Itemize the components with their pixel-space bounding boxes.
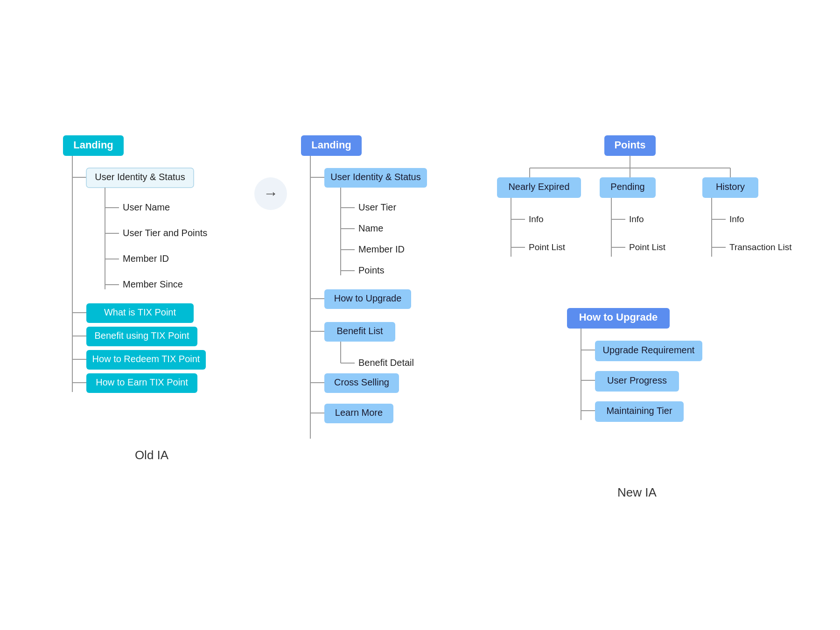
svg-text:Benefit Detail: Benefit Detail <box>358 357 414 368</box>
svg-text:Member ID: Member ID <box>123 253 169 264</box>
svg-text:Info: Info <box>629 214 644 224</box>
arrow-icon: → <box>254 177 287 210</box>
svg-text:What is TIX Point: What is TIX Point <box>104 307 176 317</box>
old-ia-label: Old IA <box>135 448 168 462</box>
svg-text:Pending: Pending <box>610 182 644 192</box>
svg-text:Member ID: Member ID <box>358 244 405 254</box>
svg-text:User Name: User Name <box>123 202 170 212</box>
svg-text:Nearly Expired: Nearly Expired <box>508 182 569 192</box>
new-ia-label: New IA <box>617 485 657 500</box>
svg-text:Transaction List: Transaction List <box>729 242 792 252</box>
page-container: Landing User Identity & Status User Name… <box>0 0 840 630</box>
svg-text:Landing: Landing <box>311 139 351 151</box>
svg-text:Points: Points <box>614 139 645 151</box>
svg-text:Cross Selling: Cross Selling <box>334 377 389 387</box>
svg-text:User Tier: User Tier <box>358 202 396 212</box>
new-ia-landing-section: Landing User Identity & Status User Tier… <box>296 131 492 457</box>
svg-text:How to Upgrade: How to Upgrade <box>334 293 402 303</box>
svg-text:Points: Points <box>358 265 385 275</box>
svg-text:How to Upgrade: How to Upgrade <box>579 311 658 323</box>
svg-text:User Progress: User Progress <box>607 375 667 385</box>
old-ia-section: Landing User Identity & Status User Name… <box>58 131 245 462</box>
svg-text:Info: Info <box>529 214 544 224</box>
new-ia-right-svg: Points Nearly Expired Info Point List <box>492 131 782 457</box>
svg-text:User Identity & Status: User Identity & Status <box>330 172 420 182</box>
svg-text:Benefit List: Benefit List <box>337 326 383 336</box>
svg-text:Landing: Landing <box>73 139 113 151</box>
diagrams-row: Landing User Identity & Status User Name… <box>0 131 840 500</box>
svg-text:Maintaining Tier: Maintaining Tier <box>606 406 672 416</box>
svg-text:Point List: Point List <box>529 242 566 252</box>
svg-text:Member Since: Member Since <box>123 279 183 289</box>
svg-text:How to Redeem TIX Point: How to Redeem TIX Point <box>92 354 200 364</box>
new-ia-right-section: Points Nearly Expired Info Point List <box>492 131 782 500</box>
svg-text:Info: Info <box>729 214 744 224</box>
old-ia-svg: Landing User Identity & Status User Name… <box>58 131 245 420</box>
svg-text:Learn More: Learn More <box>335 407 383 418</box>
svg-text:Point List: Point List <box>629 242 666 252</box>
arrow-container: → <box>245 131 296 210</box>
svg-text:History: History <box>716 182 745 192</box>
svg-text:User Identity & Status: User Identity & Status <box>95 172 185 182</box>
new-ia-landing-svg: Landing User Identity & Status User Tier… <box>296 131 492 457</box>
svg-text:How to Earn TIX Point: How to Earn TIX Point <box>96 377 188 387</box>
svg-text:Benefit using TIX Point: Benefit using TIX Point <box>94 330 189 341</box>
svg-text:Upgrade Requirement: Upgrade Requirement <box>603 345 695 355</box>
svg-text:Name: Name <box>358 223 383 233</box>
svg-text:User Tier and Points: User Tier and Points <box>123 228 207 238</box>
